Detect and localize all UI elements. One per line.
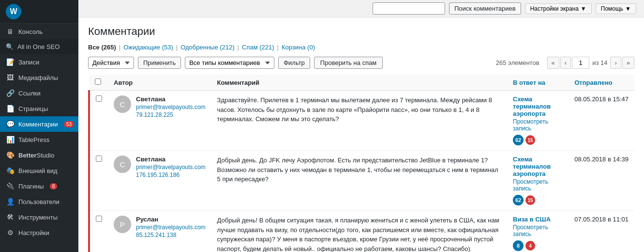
sidebar-label-polzovateli: Пользователи <box>18 198 60 205</box>
author-email[interactable]: primer@travelpayouts.com <box>136 164 206 171</box>
timestamp: 08.05.2018 в 14:39 <box>574 156 629 163</box>
sidebar-label-stranicy: Страницы <box>18 105 48 112</box>
filter-button[interactable]: Фильтр <box>278 57 310 69</box>
view-record-link[interactable]: Просмотреть запись <box>513 178 563 192</box>
author-cell: С Светлана primer@travelpayouts.com 79.1… <box>108 91 211 151</box>
kommentarii-icon: 💬 <box>6 120 15 128</box>
sidebar-label-media: Медиафайлы <box>18 74 58 81</box>
tab-pending[interactable]: Ожидающие (53) <box>123 44 173 51</box>
kommentarii-badge: 53 <box>64 121 74 127</box>
author-email[interactable]: primer@travelpayouts.com <box>136 104 206 110</box>
topbar: Поиск комментариев Настройки экрана ▼ По… <box>78 0 644 17</box>
avatar: С <box>114 95 131 113</box>
sidebar-label-vnesh-vid: Внешний вид <box>18 167 58 174</box>
select-all-checkbox[interactable] <box>95 79 101 85</box>
nastroyki-icon: ⚙ <box>6 229 15 236</box>
author-ip[interactable]: 85.125.241.138 <box>136 232 206 238</box>
sidebar-item-plaginy[interactable]: 🔌 Плагины 8 <box>0 178 78 194</box>
sidebar-item-konsol[interactable]: 🖥 Консоль <box>0 24 78 39</box>
reply-link[interactable]: Схема терминалов аэропорта <box>513 156 563 177</box>
author-name: Руслан <box>136 216 206 223</box>
col-header-sent: Отправлено <box>569 75 634 91</box>
col-header-in-reply: В ответ на <box>507 75 569 91</box>
comment-text: Добрый день! В общем ситуация такая, я п… <box>217 216 502 252</box>
in-reply-cell: Схема терминалов аэропорта Просмотреть з… <box>507 151 569 211</box>
sidebar-item-ssylki[interactable]: 🔗 Ссылки <box>0 85 78 101</box>
col-header-author: Автор <box>108 75 211 91</box>
author-ip[interactable]: 79.121.28.225 <box>136 111 206 118</box>
polzovateli-icon: 👤 <box>6 198 15 205</box>
first-page-button[interactable]: « <box>547 57 559 69</box>
tab-all[interactable]: Все (265) <box>88 44 116 51</box>
sidebar-item-kommentarii[interactable]: 💬 Комментарии 53 <box>0 116 78 132</box>
view-record-link[interactable]: Просмотреть запись <box>513 118 563 132</box>
reply-link[interactable]: Схема терминалов аэропорта <box>513 95 563 117</box>
sidebar-item-tablepress[interactable]: 📊 TablePress <box>0 132 78 147</box>
table-row: С Светлана primer@travelpayouts.com 79.1… <box>89 91 634 151</box>
chevron-down-icon: ▼ <box>581 5 586 12</box>
prev-page-button[interactable]: ‹ <box>560 57 571 69</box>
zapisi-icon: 📝 <box>6 58 15 66</box>
page-of: из 14 <box>592 59 607 66</box>
row-checkbox[interactable] <box>96 156 102 162</box>
sidebar-item-polzovateli[interactable]: 👤 Пользователи <box>0 194 78 209</box>
timestamp-cell: 08.05.2018 в 14:39 <box>569 151 634 211</box>
reply-link[interactable]: Виза в США <box>513 216 563 223</box>
author-ip[interactable]: 176.195.126.186 <box>136 172 206 178</box>
tablepress-icon: 📊 <box>6 136 15 143</box>
screen-settings-button[interactable]: Настройки экрана ▼ <box>525 3 592 14</box>
sidebar-label-instrumenty: Инструменты <box>18 214 58 221</box>
sidebar-label-betterstudio: BetterStudio <box>18 152 54 159</box>
apply-button[interactable]: Применить <box>138 57 181 69</box>
sidebar-label-nastroyki: Настройки <box>18 229 49 236</box>
badges: 62 15 <box>513 195 563 205</box>
help-button[interactable]: Помощь ▼ <box>596 3 636 14</box>
comment-text: Здравствуйте. Прилетев в 1 терминал мы в… <box>217 95 502 124</box>
timestamp: 08.05.2018 в 15:47 <box>574 95 629 103</box>
tab-spam[interactable]: Спам (221) <box>242 44 274 51</box>
tab-trash[interactable]: Корзина (0) <box>282 44 315 51</box>
view-record-link[interactable]: Просмотреть запись <box>513 224 563 237</box>
row-checkbox[interactable] <box>96 216 102 222</box>
badge-orange: 15 <box>525 195 535 205</box>
items-count: 265 элементов <box>496 59 539 66</box>
comment-types-select[interactable]: Все типы комментариев <box>185 57 274 69</box>
next-page-button[interactable]: › <box>610 57 621 69</box>
badge-orange: 4 <box>525 241 535 251</box>
chevron-down-icon-help: ▼ <box>625 5 631 12</box>
search-button[interactable]: Поиск комментариев <box>449 2 521 15</box>
row-checkbox-cell <box>89 151 108 211</box>
konsol-icon: 🖥 <box>6 28 15 35</box>
comment-cell: Добрый день. До JFK лечу Аэрофлотом. Ест… <box>211 151 508 211</box>
badges: 62 15 <box>513 135 563 145</box>
content-area: Комментарии Все (265) | Ожидающие (53) |… <box>78 17 644 252</box>
table-row: Р Руслан primer@travelpayouts.com 85.125… <box>89 211 634 252</box>
tab-approved[interactable]: Одобренные (212) <box>180 44 234 51</box>
sidebar-item-media[interactable]: 🖼 Медиафайлы <box>0 70 78 85</box>
sidebar-item-nastroyki[interactable]: ⚙ Настройки <box>0 225 78 240</box>
spam-check-button[interactable]: Проверить на спам <box>314 57 383 69</box>
page-input[interactable]: 1 <box>572 57 589 69</box>
sidebar-item-instrumenty[interactable]: 🛠 Инструменты <box>0 209 78 225</box>
media-icon: 🖼 <box>6 74 15 81</box>
sidebar-item-aio-seo[interactable]: 🔍 All in One SEO <box>0 39 78 54</box>
toolbar: Действия Применить Все типы комментариев… <box>88 57 634 69</box>
search-input[interactable] <box>373 2 445 15</box>
plaginy-icon: 🔌 <box>6 182 15 190</box>
stranicy-icon: 📄 <box>6 105 15 112</box>
sidebar-item-zapisi[interactable]: 📝 Записи <box>0 54 78 70</box>
sidebar-item-betterstudio[interactable]: 🎨 BetterStudio <box>0 147 78 163</box>
author-info: Светлана primer@travelpayouts.com 79.121… <box>136 95 206 118</box>
badge-blue: 8 <box>513 240 524 251</box>
actions-select[interactable]: Действия <box>88 57 134 69</box>
instrumenty-icon: 🛠 <box>6 213 15 221</box>
plaginy-badge: 8 <box>50 183 58 189</box>
sidebar-item-vnesh-vid[interactable]: 🎭 Внешний вид <box>0 163 78 178</box>
author-cell: С Светлана primer@travelpayouts.com 176.… <box>108 151 211 211</box>
last-page-button[interactable]: » <box>622 57 634 69</box>
badge-orange: 15 <box>525 135 535 145</box>
row-checkbox[interactable] <box>96 95 102 102</box>
sidebar-item-stranicy[interactable]: 📄 Страницы <box>0 101 78 116</box>
table-row: С Светлана primer@travelpayouts.com 176.… <box>89 151 634 211</box>
author-email[interactable]: primer@travelpayouts.com <box>136 224 206 231</box>
